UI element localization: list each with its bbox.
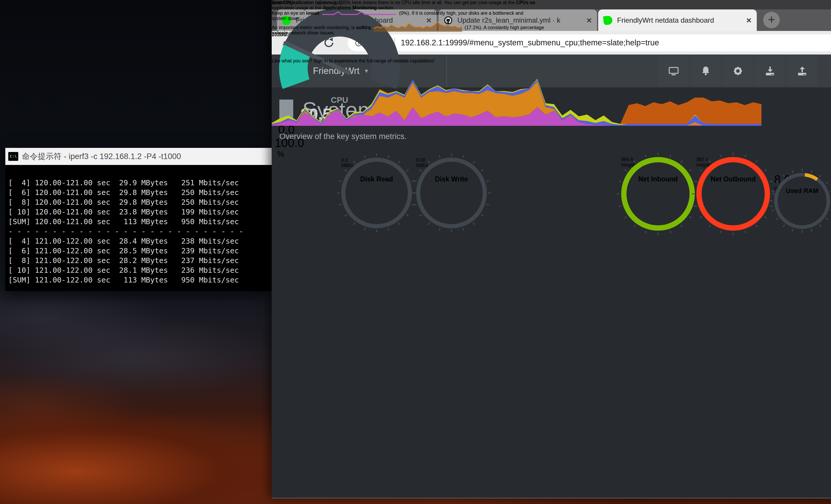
sign-in-link[interactable]: Sign in bbox=[313, 58, 328, 63]
text: section. bbox=[377, 5, 395, 10]
terminal-line: [SUM] 120.00-121.00 sec 113 MBytes 950 M… bbox=[5, 217, 272, 227]
tab-label: FriendlyWrt netdata dashboard bbox=[617, 16, 742, 25]
paragraph-line: system down. bbox=[272, 16, 544, 21]
gauge-title: Net Inbound bbox=[621, 175, 695, 183]
cmd-icon: C:\ bbox=[8, 152, 18, 161]
gauge-net-inbound[interactable]: Net Inbound 984.8 megabits/s bbox=[621, 157, 695, 231]
netdata-favicon bbox=[603, 15, 613, 25]
gauge-title: Disk Write bbox=[416, 175, 487, 183]
terminal-separator: - - - - - - - - - - - - - - - - - - - - … bbox=[5, 227, 272, 236]
terminal-line: [ 6] 121.00-122.00 sec 28.5 MBytes 239 M… bbox=[5, 246, 272, 256]
desktop: C:\ 命令提示符 - iperf3 -c 192.168.1.2 -P4 -t… bbox=[0, 0, 831, 504]
text: application usage at the bbox=[272, 5, 323, 10]
text: An important metric worth monitoring, is bbox=[272, 25, 356, 30]
new-tab-button[interactable]: + bbox=[763, 12, 780, 28]
tab-close-icon[interactable]: × bbox=[586, 16, 592, 25]
iowait-sparkline bbox=[322, 11, 396, 15]
terminal-line: [ 8] 120.00-121.00 sec 29.8 MBytes 250 M… bbox=[5, 197, 272, 207]
chart-time: 16:31:2 bbox=[272, 32, 287, 37]
softirq-sparkline bbox=[374, 21, 462, 32]
softirq-label: softirq bbox=[356, 25, 371, 30]
terminal-line: [ 4] 121.00-122.00 sec 28.4 MBytes 238 M… bbox=[5, 236, 272, 246]
terminal-line: [ 10] 120.00-121.00 sec 23.8 MBytes 199 … bbox=[5, 207, 272, 217]
text: ( bbox=[398, 10, 401, 16]
banner-text: to experience the full-range of netdata … bbox=[328, 58, 434, 63]
gauge-disk-write[interactable]: Disk Write 0.00 MiB/s bbox=[416, 157, 487, 228]
banner-text: Like what you see? bbox=[272, 58, 313, 63]
tab-netdata-2-active[interactable]: FriendlyWrt netdata dashboard × bbox=[598, 9, 757, 31]
terminal-line: [ 10] 121.00-122.00 sec 28.1 MBytes 236 … bbox=[5, 265, 272, 275]
terminal-line: [ 6] 120.00-121.00 sec 29.8 MBytes 250 M… bbox=[5, 188, 272, 197]
tab-close-icon[interactable]: × bbox=[746, 16, 751, 25]
paragraph-line: application usage at the Applications Mo… bbox=[272, 5, 544, 10]
gauge-used-ram[interactable]: Used RAM 8.09 % bbox=[774, 173, 830, 229]
text: Keep an eye on bbox=[272, 10, 306, 16]
iowait-value: 0 bbox=[401, 10, 403, 16]
download-icon bbox=[765, 66, 776, 76]
paragraph-line: Keep an eye on iowait (0%). If it is con… bbox=[272, 10, 544, 16]
text: %). If it is constantly high, your disks… bbox=[403, 10, 523, 16]
terminal-output: [ 4] 120.00-121.00 sec 29.9 MBytes 251 M… bbox=[5, 165, 272, 291]
browser-window: FriendlyWrt netdata dashboard × Update r… bbox=[272, 0, 831, 498]
terminal-title: 命令提示符 - iperf3 -c 192.168.1.2 -P4 -t1000 bbox=[22, 151, 181, 162]
gauge-max: 100.0 bbox=[272, 137, 307, 150]
text: ( bbox=[463, 25, 466, 30]
terminal-titlebar[interactable]: C:\ 命令提示符 - iperf3 -c 192.168.1.2 -P4 -t… bbox=[5, 148, 272, 165]
chart-ylabel: percentage bbox=[272, 0, 295, 5]
softirq-value: 17.1 bbox=[466, 25, 475, 30]
export-button[interactable] bbox=[786, 56, 818, 86]
gauge-title: Net Outbound bbox=[696, 175, 770, 183]
iowait-label: iowait bbox=[306, 10, 319, 16]
gauge-title: Disk Read bbox=[341, 175, 412, 183]
terminal-window[interactable]: C:\ 命令提示符 - iperf3 -c 192.168.1.2 -P4 -t… bbox=[5, 148, 272, 291]
gauge-unit: % bbox=[272, 150, 289, 159]
cpus-link[interactable]: CPUs se bbox=[516, 0, 535, 5]
signin-banner: Like what you see? Sign in to experience… bbox=[272, 58, 434, 64]
gauge-net-outbound[interactable]: Net Outbound 992.5 megabits/s bbox=[696, 157, 770, 231]
text: system down. bbox=[272, 16, 300, 21]
gauge-title: Used RAM bbox=[774, 187, 830, 195]
cpu-description: Total CPU utilization (all cores). 100% … bbox=[272, 0, 544, 36]
terminal-line: [ 8] 121.00-122.00 sec 28.2 MBytes 237 M… bbox=[5, 256, 272, 265]
terminal-line: [SUM] 121.00-122.00 sec 113 MBytes 950 M… bbox=[5, 275, 272, 285]
terminal-line: [ 4] 120.00-121.00 sec 29.9 MBytes 251 M… bbox=[5, 178, 272, 188]
applications-monitoring-link[interactable]: Applications Monitoring bbox=[323, 5, 377, 10]
gauge-disk-read[interactable]: Disk Read 0.0 MiB/s bbox=[341, 157, 412, 228]
text: %). A constantly high percentage bbox=[475, 25, 544, 30]
paragraph-line: An important metric worth monitoring, is… bbox=[272, 21, 544, 30]
upload-icon bbox=[797, 66, 808, 76]
